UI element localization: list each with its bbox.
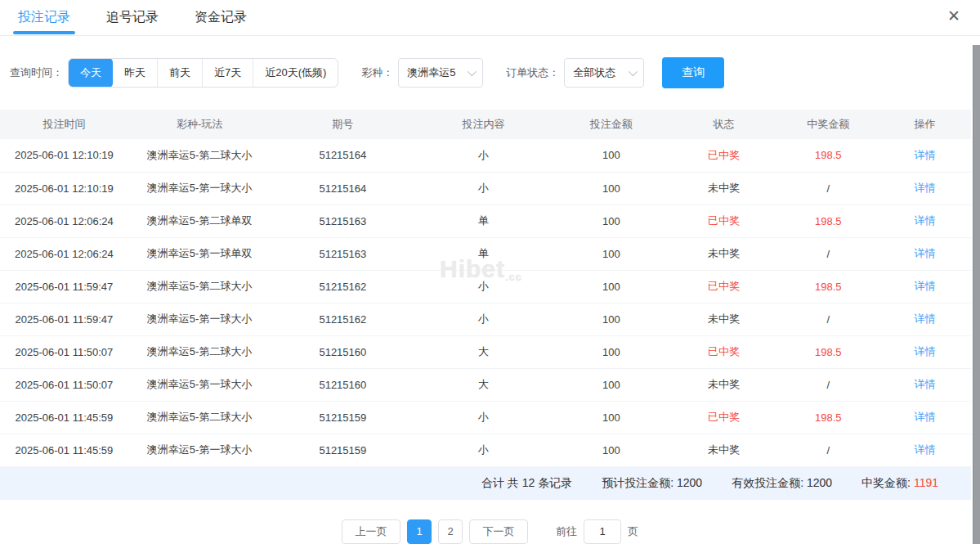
summary-valid: 有效投注金额: 1200 — [732, 476, 832, 491]
summary-total: 合计 共 12 条记录 — [481, 476, 572, 491]
cell-action: 详情 — [879, 368, 971, 401]
goto-page-input[interactable] — [584, 519, 621, 544]
table-header-row: 投注时间 彩种-玩法 期号 投注内容 投注金额 状态 中奖金额 操作 — [0, 110, 971, 139]
cell-action: 详情 — [879, 270, 971, 303]
cell-game-play: 澳洲幸运5-第二球单双 — [128, 205, 271, 237]
goto-page: 前往 页 — [556, 519, 638, 544]
time-option-day-before[interactable]: 前天 — [157, 58, 202, 88]
table-row: 2025-06-01 12:06:24澳洲幸运5-第二球单双51215163单1… — [0, 205, 971, 237]
cell-bet-time: 2025-06-01 11:59:47 — [0, 303, 128, 335]
cell-issue: 51215159 — [271, 401, 414, 434]
detail-link[interactable]: 详情 — [915, 411, 936, 423]
cell-prize: 198.5 — [778, 205, 879, 237]
cell-issue: 51215163 — [271, 237, 414, 270]
header-status: 状态 — [670, 110, 778, 139]
detail-link[interactable]: 详情 — [915, 378, 936, 390]
page-unit-label: 页 — [628, 524, 638, 539]
cell-bet-content: 小 — [414, 270, 553, 303]
table-row: 2025-06-01 11:50:07澳洲幸运5-第二球大小51215160大1… — [0, 335, 971, 368]
chevron-down-icon — [468, 67, 477, 76]
time-option-yesterday[interactable]: 昨天 — [113, 58, 157, 88]
chevron-down-icon — [629, 67, 638, 76]
cell-action: 详情 — [879, 205, 971, 237]
cell-prize: 198.5 — [778, 401, 879, 434]
detail-link[interactable]: 详情 — [915, 345, 936, 357]
prev-page-button[interactable]: 上一页 — [342, 519, 401, 544]
cell-bet-time: 2025-06-01 12:06:24 — [0, 205, 128, 237]
cell-prize: / — [778, 434, 879, 466]
cell-bet-time: 2025-06-01 12:10:19 — [0, 139, 128, 172]
detail-link[interactable]: 详情 — [915, 214, 936, 227]
table-row: 2025-06-01 11:45:59澳洲幸运5-第二球大小51215159小1… — [0, 401, 971, 434]
close-icon[interactable]: ✕ — [947, 8, 960, 24]
order-status-select[interactable]: 全部状态 — [564, 58, 644, 88]
cell-status: 已中奖 — [670, 401, 778, 434]
cell-bet-amount: 100 — [553, 237, 670, 270]
time-option-today[interactable]: 今天 — [69, 58, 113, 88]
cell-issue: 51215163 — [271, 205, 414, 237]
cell-bet-amount: 100 — [553, 401, 670, 434]
time-range-group: 今天 昨天 前天 近7天 近20天(低频) — [68, 58, 338, 88]
lottery-select[interactable]: 澳洲幸运5 — [398, 58, 483, 88]
cell-bet-content: 大 — [414, 335, 553, 368]
bet-records-table: 投注时间 彩种-玩法 期号 投注内容 投注金额 状态 中奖金额 操作 2025-… — [0, 110, 971, 467]
detail-link[interactable]: 详情 — [915, 247, 936, 259]
background-scrollbar[interactable] — [973, 45, 980, 544]
cell-issue: 51215164 — [271, 139, 414, 172]
detail-link[interactable]: 详情 — [915, 182, 936, 194]
header-issue: 期号 — [271, 110, 414, 139]
header-bet-time: 投注时间 — [0, 110, 128, 139]
cell-game-play: 澳洲幸运5-第二球大小 — [128, 335, 271, 368]
cell-bet-amount: 100 — [553, 434, 670, 466]
summary-prize: 中奖金额: 1191 — [861, 476, 938, 491]
cell-status: 未中奖 — [670, 172, 778, 205]
table-row: 2025-06-01 11:59:47澳洲幸运5-第二球大小51215162小1… — [0, 270, 971, 303]
cell-bet-time: 2025-06-01 12:10:19 — [0, 172, 128, 205]
cell-game-play: 澳洲幸运5-第二球大小 — [128, 401, 271, 434]
order-status-value: 全部状态 — [573, 65, 615, 80]
header-action: 操作 — [879, 110, 971, 139]
cell-prize: / — [778, 237, 879, 270]
cell-issue: 51215160 — [271, 368, 414, 401]
page-number-1[interactable]: 1 — [407, 519, 432, 544]
tab-fund-records[interactable]: 资金记录 — [195, 0, 247, 36]
cell-bet-content: 小 — [414, 401, 553, 434]
cell-bet-time: 2025-06-01 11:59:47 — [0, 270, 128, 303]
summary-expected: 预计投注金额: 1200 — [602, 476, 702, 491]
cell-bet-amount: 100 — [553, 205, 670, 237]
cell-bet-content: 小 — [414, 172, 553, 205]
cell-action: 详情 — [879, 237, 971, 270]
detail-link[interactable]: 详情 — [915, 280, 936, 292]
detail-link[interactable]: 详情 — [915, 149, 936, 161]
goto-label: 前往 — [556, 524, 577, 539]
cell-prize: / — [778, 303, 879, 335]
cell-game-play: 澳洲幸运5-第一球单双 — [128, 237, 271, 270]
header-game-play: 彩种-玩法 — [128, 110, 271, 139]
lottery-select-value: 澳洲幸运5 — [407, 65, 455, 80]
cell-prize: 198.5 — [778, 270, 879, 303]
tab-bet-records[interactable]: 投注记录 — [18, 0, 70, 36]
table-row: 2025-06-01 11:45:59澳洲幸运5-第一球大小51215159小1… — [0, 434, 971, 466]
time-option-7days[interactable]: 近7天 — [202, 58, 253, 88]
next-page-button[interactable]: 下一页 — [469, 519, 528, 544]
order-status-label: 订单状态： — [506, 65, 559, 80]
cell-bet-amount: 100 — [553, 368, 670, 401]
cell-game-play: 澳洲幸运5-第二球大小 — [128, 270, 271, 303]
cell-game-play: 澳洲幸运5-第二球大小 — [128, 139, 271, 172]
table-row: 2025-06-01 11:50:07澳洲幸运5-第一球大小51215160大1… — [0, 368, 971, 401]
cell-status: 未中奖 — [670, 434, 778, 466]
tab-chase-records[interactable]: 追号记录 — [106, 0, 159, 36]
cell-action: 详情 — [879, 303, 971, 335]
header-bet-content: 投注内容 — [414, 110, 553, 139]
detail-link[interactable]: 详情 — [915, 443, 936, 456]
time-option-20days[interactable]: 近20天(低频) — [253, 58, 338, 88]
cell-status: 未中奖 — [670, 368, 778, 401]
cell-bet-content: 小 — [414, 434, 553, 466]
header-prize: 中奖金额 — [778, 110, 879, 139]
query-button[interactable]: 查询 — [662, 57, 724, 88]
filter-bar: 查询时间： 今天 昨天 前天 近7天 近20天(低频) 彩种： 澳洲幸运5 订单… — [0, 36, 980, 110]
cell-bet-content: 小 — [414, 303, 553, 335]
cell-bet-amount: 100 — [553, 172, 670, 205]
detail-link[interactable]: 详情 — [915, 312, 936, 325]
page-number-2[interactable]: 2 — [438, 519, 463, 544]
